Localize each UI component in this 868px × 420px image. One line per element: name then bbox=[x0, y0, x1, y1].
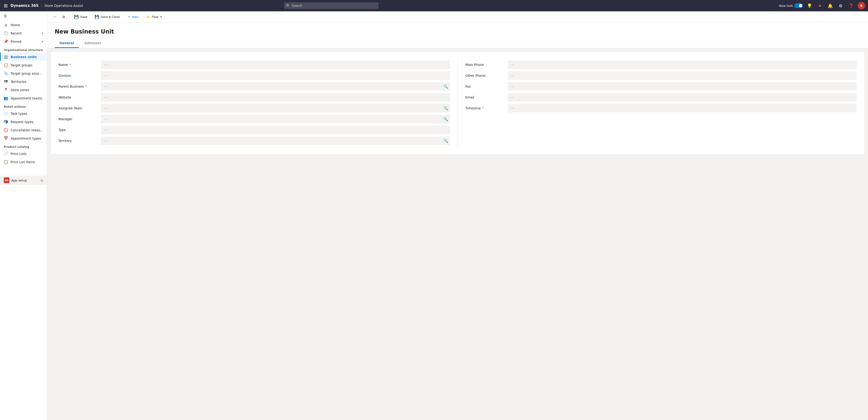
save-button[interactable]: 💾 Save bbox=[71, 13, 91, 21]
sidebar-item-label: Store zones bbox=[10, 88, 29, 92]
main-layout: ☰ ⌂ Home 🕐 Recent ▾ 📌 Pinned ▾ Organizat… bbox=[0, 11, 868, 420]
lookup-search-icon[interactable]: 🔍 bbox=[443, 106, 448, 111]
field-timezone[interactable]: --- bbox=[508, 104, 857, 112]
field-assignee-team[interactable]: --- 🔍 bbox=[101, 104, 450, 112]
form-tabs: General Addresses bbox=[55, 39, 861, 48]
form-row-fax: Fax --- bbox=[465, 81, 857, 92]
search-input[interactable] bbox=[284, 2, 379, 9]
sidebar-item-price-list-items[interactable]: 📋 Price List Items bbox=[0, 158, 47, 166]
lookup-search-icon[interactable]: 🔍 bbox=[443, 117, 448, 121]
flow-button[interactable]: ⚡ Flow ▾ bbox=[143, 13, 165, 21]
new-look-label: New look bbox=[779, 4, 793, 7]
sidebar-item-appointment-types[interactable]: 📅 Appointment types bbox=[0, 134, 47, 142]
app-setup-item[interactable]: AS App setup ◇ bbox=[0, 175, 47, 185]
form-row-type: Type --- bbox=[59, 125, 450, 135]
form-row-other-phone: Other Phone --- bbox=[465, 71, 857, 81]
new-button[interactable]: ＋ New bbox=[124, 13, 142, 21]
field-parent-business[interactable]: --- 🔍 bbox=[101, 82, 450, 91]
retail-actions-header: Retail actions bbox=[0, 102, 47, 109]
add-icon[interactable]: ＋ bbox=[816, 2, 824, 9]
field-label-website: Website bbox=[59, 95, 101, 99]
sidebar-item-label: Home bbox=[10, 23, 20, 27]
field-other-phone[interactable]: --- bbox=[508, 71, 857, 80]
sidebar-item-store-zones[interactable]: 📍 Store zones bbox=[0, 86, 47, 94]
sidebar-item-cancellation-reaso[interactable]: 🚫 Cancellation reaso... bbox=[0, 126, 47, 134]
notifications-icon[interactable]: 🔔 bbox=[827, 2, 834, 9]
field-division[interactable]: --- bbox=[101, 71, 450, 80]
form-row-timezone: Timezone * --- bbox=[465, 103, 857, 113]
sidebar-menu-button[interactable]: ☰ bbox=[0, 11, 47, 21]
sidebar-item-territories[interactable]: 🗺 Territories bbox=[0, 78, 47, 86]
help-lightbulb-icon[interactable]: 💡 bbox=[806, 2, 813, 9]
sidebar-item-home[interactable]: ⌂ Home bbox=[0, 21, 47, 29]
content-area: ← ⧉ 💾 Save 💾 Save & Close ＋ New ⚡ Flow ▾ bbox=[47, 11, 868, 420]
sidebar-item-request-types[interactable]: 📬 Request types bbox=[0, 118, 47, 126]
sidebar-item-label: Appointment teams bbox=[10, 96, 42, 100]
toolbar: ← ⧉ 💾 Save 💾 Save & Close ＋ New ⚡ Flow ▾ bbox=[47, 11, 868, 23]
field-main-phone[interactable]: --- bbox=[508, 60, 857, 69]
task-types-icon: 📄 bbox=[3, 111, 8, 116]
field-timezone-placeholder: --- bbox=[511, 106, 514, 110]
sidebar-item-target-group-asso[interactable]: 📎 Target group asso... bbox=[0, 69, 47, 78]
form-section-left: Name * --- Division -- bbox=[59, 58, 458, 148]
sidebar-item-target-groups[interactable]: 📋 Target groups bbox=[0, 61, 47, 69]
field-label-territory: Territory bbox=[59, 139, 101, 143]
field-website[interactable]: --- bbox=[101, 93, 450, 102]
app-setup-label: App setup bbox=[11, 178, 27, 182]
field-territory[interactable]: --- 🔍 bbox=[101, 137, 450, 145]
field-type[interactable]: --- bbox=[101, 126, 450, 134]
field-email[interactable]: --- bbox=[508, 93, 857, 102]
sidebar-item-pinned[interactable]: 📌 Pinned ▾ bbox=[0, 37, 47, 46]
avatar[interactable]: R bbox=[858, 2, 865, 9]
sidebar-item-price-lists[interactable]: 📄 Price Lists bbox=[0, 149, 47, 158]
back-button[interactable]: ← bbox=[51, 13, 59, 21]
top-nav: ⊞ Dynamics 365 Store Operations Assist 🔍… bbox=[0, 0, 868, 11]
tab-addresses[interactable]: Addresses bbox=[80, 39, 106, 48]
field-label-email: Email bbox=[465, 95, 508, 99]
field-fax-placeholder: --- bbox=[511, 85, 514, 88]
back-arrow-icon: ← bbox=[53, 15, 57, 19]
new-look-switch[interactable] bbox=[795, 3, 803, 8]
sidebar-item-label: Price Lists bbox=[10, 152, 27, 156]
field-label-fax: Fax bbox=[465, 85, 508, 88]
field-manager-placeholder: --- bbox=[104, 117, 107, 121]
lookup-search-icon[interactable]: 🔍 bbox=[443, 84, 448, 89]
field-parent-business-placeholder: --- bbox=[104, 85, 107, 88]
app-grid-icon[interactable]: ⊞ bbox=[3, 2, 9, 9]
sidebar-item-business-units[interactable]: 🏢 Business units bbox=[0, 53, 47, 61]
sidebar-item-task-types[interactable]: 📄 Task types bbox=[0, 109, 47, 118]
field-fax[interactable]: --- bbox=[508, 82, 857, 91]
new-look-toggle[interactable]: New look bbox=[779, 3, 803, 8]
help-icon[interactable]: ❓ bbox=[847, 2, 855, 9]
field-name[interactable]: --- bbox=[101, 60, 450, 69]
settings-icon[interactable]: ⚙ bbox=[837, 2, 844, 9]
appointment-teams-icon: 👥 bbox=[3, 96, 8, 101]
sidebar-item-appointment-teams[interactable]: 👥 Appointment teams bbox=[0, 94, 47, 102]
sidebar-item-label: Price List Items bbox=[10, 160, 35, 164]
target-groups-icon: 📋 bbox=[3, 63, 8, 67]
tab-general[interactable]: General bbox=[55, 39, 79, 48]
nav-right: New look 💡 ＋ 🔔 ⚙ ❓ R bbox=[779, 2, 865, 9]
field-manager[interactable]: --- 🔍 bbox=[101, 115, 450, 123]
lookup-search-icon[interactable]: 🔍 bbox=[443, 139, 448, 143]
field-territory-placeholder: --- bbox=[104, 139, 107, 143]
app-name: Store Operations Assist bbox=[44, 4, 83, 7]
field-label-main-phone: Main Phone bbox=[465, 63, 508, 66]
form-section-right: Main Phone --- Other Phone bbox=[458, 58, 857, 148]
field-website-placeholder: --- bbox=[104, 95, 107, 99]
cancellation-icon: 🚫 bbox=[3, 128, 8, 132]
sidebar-item-recent[interactable]: 🕐 Recent ▾ bbox=[0, 29, 47, 37]
field-name-placeholder: --- bbox=[104, 63, 107, 66]
form-row-parent-business: Parent Business * --- 🔍 bbox=[59, 81, 450, 92]
territories-icon: 🗺 bbox=[3, 79, 8, 84]
form-header: New Business Unit General Addresses bbox=[47, 23, 868, 48]
chevron-down-icon: ▾ bbox=[42, 40, 43, 43]
form-row-name: Name * --- bbox=[59, 59, 450, 70]
field-label-name: Name * bbox=[59, 63, 101, 66]
form-body: Name * --- Division -- bbox=[51, 52, 864, 154]
field-other-phone-placeholder: --- bbox=[511, 74, 514, 78]
save-close-button[interactable]: 💾 Save & Close bbox=[92, 13, 123, 21]
save-icon: 💾 bbox=[74, 15, 79, 19]
popup-button[interactable]: ⧉ bbox=[60, 14, 67, 20]
form-title: New Business Unit bbox=[55, 28, 861, 39]
